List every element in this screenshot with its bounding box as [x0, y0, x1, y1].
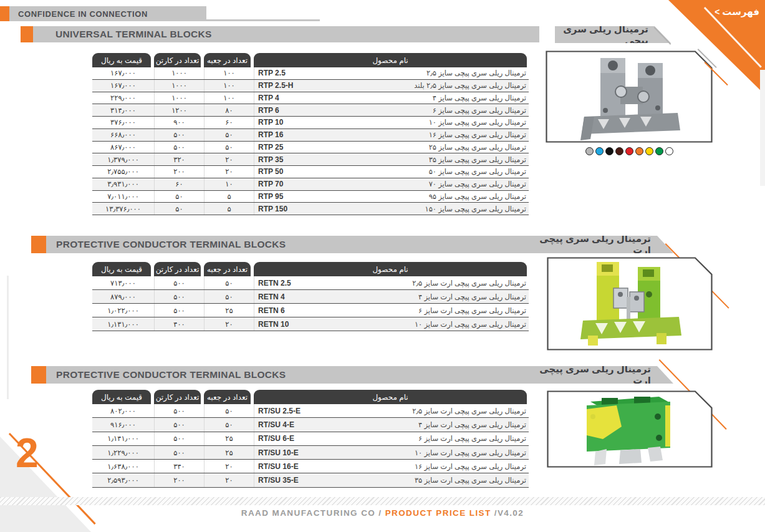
- carton-qty-cell: ۵۰۰: [155, 304, 204, 317]
- column-header: نام محصول: [254, 390, 527, 404]
- price-cell: ۷۱۳٫۰۰۰: [92, 276, 155, 289]
- product-name-fa: ترمینال ریلی سری پیچی سایز ۶: [433, 106, 526, 115]
- product-name-fa: ترمینال ریلی سری پیچی ارت سایز ۱۰: [415, 320, 526, 329]
- column-header: قیمت به ریال: [92, 53, 151, 67]
- table-row: ۸۶۷٫۰۰۰ ۵۰۰ ۵۰ RTP 25 ترمینال ریلی سری پ…: [92, 142, 529, 154]
- box-qty-cell: ۲۰: [204, 473, 254, 486]
- column-header: تعداد در کارتن: [154, 262, 201, 276]
- product-name-fa: ترمینال ریلی سری پیچی سایز ۲٫۵: [426, 69, 526, 77]
- gray-terminal-block-illustration: [546, 51, 713, 143]
- product-name-cell: RTP 35 ترمینال ریلی سری پیچی سایز ۳۵: [254, 153, 529, 165]
- carton-qty-cell: ۵۰: [155, 191, 204, 203]
- product-code: RETN 4: [258, 293, 285, 301]
- section-accent-square: [21, 26, 33, 42]
- box-qty-cell: ۲۰: [204, 166, 254, 178]
- carton-qty-cell: ۵۰: [155, 203, 204, 215]
- product-name-cell: RTP 6 ترمینال ریلی سری پیچی سایز ۶: [254, 104, 529, 116]
- table-header-row: قیمت به ریالتعداد در کارتنتعداد در جعبهن…: [92, 53, 529, 67]
- box-qty-cell: ۲۵: [204, 446, 254, 459]
- table-row: ۱٫۲۲۹٫۰۰۰ ۵۰۰ ۲۵ RT/SU 10-E ترمینال ریلی…: [92, 446, 529, 460]
- carton-qty-cell: ۶۰: [155, 178, 204, 190]
- section-title-bar: PROTECTIVE CONDUCTOR TERMINAL BLOCKS: [46, 236, 539, 253]
- product-image-earth-terminal: [547, 257, 713, 353]
- price-list-page: CONFIDENCE IN CONNECTION < فهرست UNIVERS…: [0, 0, 765, 532]
- product-name-fa: ترمینال ریلی سری پیچی سایز ۱۶: [429, 130, 526, 139]
- table-row: ۱۶۷٫۰۰۰ ۱۰۰۰ ۱۰۰ RTP 2.5 ترمینال ریلی سر…: [92, 67, 529, 80]
- table-row: ۳۱۴٫۰۰۰ ۱۲۰۰ ۸۰ RTP 6 ترمینال ریلی سری پ…: [92, 104, 529, 117]
- left-edge-strip: [7, 276, 9, 399]
- box-qty-cell: ۵۰: [204, 142, 254, 153]
- color-swatch: [605, 147, 613, 155]
- table-row: ۸۷۹٫۰۰۰ ۵۰۰ ۵۰ RETN 4 ترمینال ریلی سری پ…: [92, 290, 529, 304]
- footer-hatch-band: [0, 497, 765, 505]
- carton-qty-cell: ۹۰۰: [155, 117, 204, 128]
- color-swatch: [625, 147, 633, 155]
- box-qty-cell: ۱۰۰: [204, 92, 254, 104]
- section-title-bar-fa: ترمینال ریلی سری پیچی: [555, 26, 671, 43]
- chevron-left-icon: <: [714, 7, 719, 17]
- product-name-fa: ترمینال ریلی سری پیچی سایز ۷۰: [429, 180, 526, 188]
- box-qty-cell: ۵۰: [204, 290, 254, 303]
- table-row: ۲٫۵۹۳٫۰۰۰ ۲۰۰ ۲۰ RT/SU 35-E ترمینال ریلی…: [92, 473, 529, 487]
- price-cell: ۸۰۲٫۰۰۰: [92, 404, 155, 417]
- table-row: ۲٫۷۵۵٫۰۰۰ ۲۰۰ ۲۰ RTP 50 ترمینال ریلی سری…: [92, 166, 529, 178]
- table-row: ۳٫۹۳۱٫۰۰۰ ۶۰ ۱۰ RTP 70 ترمینال ریلی سری …: [92, 178, 529, 191]
- product-code: RTP 95: [258, 192, 283, 201]
- carton-qty-cell: ۵۰۰: [155, 418, 204, 431]
- color-swatch: [635, 147, 643, 155]
- price-cell: ۱٫۰۲۲٫۰۰۰: [92, 304, 155, 317]
- product-code: RETN 10: [258, 320, 289, 329]
- color-swatch: [665, 147, 673, 155]
- product-name-cell: RTP 70 ترمینال ریلی سری پیچی سایز ۷۰: [254, 178, 529, 190]
- product-code: RTP 2.5-H: [258, 81, 293, 90]
- table-row: ۱٫۱۳۱٫۰۰۰ ۴۰۰ ۲۰ RETN 10 ترمینال ریلی سر…: [92, 317, 529, 331]
- section-title-en: PROTECTIVE CONDUCTOR TERMINAL BLOCKS: [56, 369, 286, 380]
- table-row: ۱٫۰۲۲٫۰۰۰ ۵۰۰ ۲۵ RETN 6 ترمینال ریلی سری…: [92, 304, 529, 317]
- carton-qty-cell: ۲۰۰: [155, 166, 204, 178]
- box-qty-cell: ۲۵: [204, 304, 254, 317]
- carton-qty-cell: ۴۰۰: [155, 317, 204, 331]
- color-swatch: [645, 147, 653, 155]
- index-link[interactable]: < فهرست: [697, 6, 759, 17]
- price-cell: ۳۷۶٫۰۰۰: [92, 117, 155, 128]
- product-name-cell: RT/SU 4-E ترمینال ریلی سری پیچی ارت سایز…: [254, 418, 529, 431]
- table-row: ۱٫۱۴۱٫۰۰۰ ۵۰۰ ۲۵ RT/SU 6-E ترمینال ریلی …: [92, 432, 529, 446]
- box-qty-cell: ۱۰۰: [204, 80, 254, 92]
- product-name-fa: ترمینال ریلی سری پیچی ارت سایز ۴: [418, 420, 526, 429]
- price-cell: ۸۶۷٫۰۰۰: [92, 142, 155, 153]
- product-name-fa: ترمینال ریلی سری پیچی ارت سایز ۶: [418, 434, 526, 443]
- carton-qty-cell: ۳۴۰: [155, 460, 204, 473]
- price-cell: ۳٫۹۳۱٫۰۰۰: [92, 178, 155, 190]
- price-cell: ۱٫۳۷۹٫۰۰۰: [92, 153, 155, 165]
- section-title-bar-fa: ترمینال ریلی سری پیچی ارت: [537, 236, 673, 253]
- column-header: تعداد در جعبه: [204, 390, 251, 404]
- brand-accent-square: [0, 6, 9, 21]
- carton-qty-cell: ۵۰۰: [155, 276, 204, 289]
- product-code: RTP 10: [258, 118, 283, 127]
- brand-underline: [206, 19, 320, 21]
- color-swatch: [595, 147, 604, 155]
- price-cell: ۱٫۶۳۸٫۰۰۰: [92, 460, 155, 473]
- product-image-gray-terminal: [546, 51, 713, 145]
- box-qty-cell: ۵۰: [204, 418, 254, 431]
- product-name-fa: ترمینال ریلی سری پیچی ارت سایز ۲٫۵: [412, 279, 526, 288]
- product-name-cell: RT/SU 10-E ترمینال ریلی سری پیچی ارت سای…: [254, 446, 529, 459]
- price-cell: ۱٫۲۲۹٫۰۰۰: [92, 446, 155, 459]
- product-name-cell: RETN 4 ترمینال ریلی سری پیچی ارت سایز ۴: [254, 290, 529, 303]
- product-name-cell: RTP 4 ترمینال ریلی سری پیچی سایز ۴: [254, 92, 529, 104]
- box-qty-cell: ۵۰: [204, 129, 254, 141]
- column-header: نام محصول: [254, 53, 527, 67]
- table-row: ۱۶۷٫۰۰۰ ۱۰۰۰ ۱۰۰ RTP 2.5-H ترمینال ریلی …: [92, 80, 529, 92]
- product-name-cell: RTP 2.5-H ترمینال ریلی سری پیچی سایز ۲٫۵…: [254, 80, 529, 92]
- product-name-fa: ترمینال ریلی سری پیچی ارت سایز ۲٫۵: [412, 407, 526, 415]
- carton-qty-cell: ۲۰۰: [155, 473, 204, 486]
- column-header: نام محصول: [254, 262, 527, 276]
- product-name-fa: ترمینال ریلی سری پیچی سایز ۳۵: [429, 155, 526, 164]
- product-name-fa: ترمینال ریلی سری پیچی ارت سایز ۴: [418, 293, 526, 301]
- index-link-label: فهرست: [722, 6, 759, 17]
- product-name-fa: ترمینال ریلی سری پیچی سایز ۱۵۰: [425, 205, 526, 213]
- carton-qty-cell: ۱۲۰۰: [155, 104, 204, 116]
- product-name-cell: RETN 2.5 ترمینال ریلی سری پیچی ارت سایز …: [254, 276, 529, 289]
- section-title-en: PROTECTIVE CONDUCTOR TERMINAL BLOCKS: [56, 239, 286, 250]
- carton-qty-cell: ۵۰۰: [155, 432, 204, 445]
